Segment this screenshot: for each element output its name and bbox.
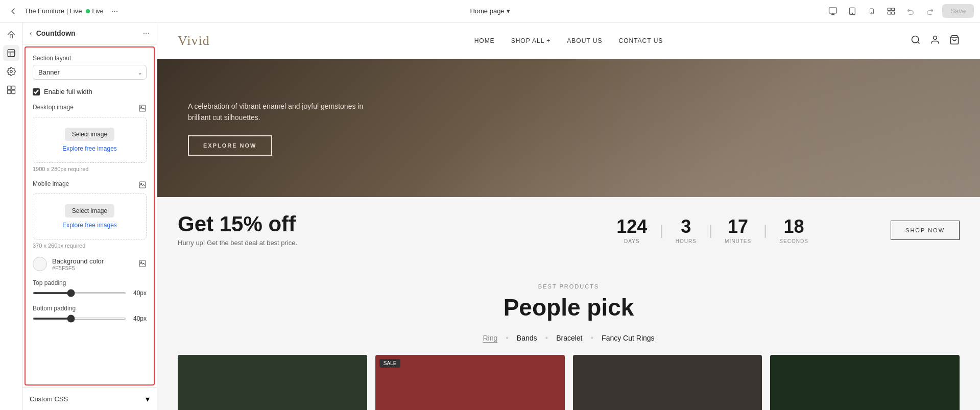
custom-css-label: Custom CSS (30, 395, 68, 403)
apps-rail-icon[interactable] (3, 82, 19, 98)
product-card-3[interactable] (573, 355, 762, 410)
nav-links: HOME SHOP ALL + ABOUT US CONTACT US (373, 37, 764, 44)
timer-divider-2: | (709, 222, 712, 238)
product-card-1[interactable] (178, 355, 367, 410)
mobile-image-icon[interactable] (138, 181, 147, 190)
products-section: BEST PRODUCTS People pick Ring • Bands •… (157, 263, 980, 410)
top-padding-label: Top padding (33, 279, 147, 286)
category-tab-bands[interactable]: Bands (517, 334, 537, 342)
shop-now-button[interactable]: SHOP NOW (891, 221, 960, 240)
sections-rail-icon[interactable] (3, 45, 19, 61)
desktop-explore-link[interactable]: Explore free images (43, 145, 136, 152)
section-layout-label: Section layout (33, 55, 147, 62)
svg-point-16 (141, 106, 142, 107)
svg-rect-0 (829, 8, 837, 13)
undo-button[interactable] (903, 4, 918, 18)
desktop-view-button[interactable] (826, 4, 840, 18)
bottom-padding-label: Bottom padding (33, 305, 147, 312)
svg-point-4 (872, 12, 872, 13)
desktop-image-icon[interactable] (138, 104, 147, 114)
products-section-label: BEST PRODUCTS (178, 283, 960, 290)
background-color-info: Background color #F5F5F5 (52, 257, 133, 271)
category-tab-ring[interactable]: Ring (483, 334, 497, 342)
timer-divider-1: | (659, 222, 663, 238)
background-color-label: Background color (52, 257, 133, 265)
background-color-edit-icon[interactable] (138, 259, 147, 269)
mobile-explore-link[interactable]: Explore free images (43, 222, 136, 229)
mobile-image-upload-area[interactable]: Select image Explore free images (33, 194, 147, 239)
product-card-4[interactable] (770, 355, 960, 410)
background-color-swatch[interactable] (33, 257, 47, 271)
hero-content: A celebration of vibrant enamel and joyf… (157, 101, 413, 156)
mobile-select-image-button[interactable]: Select image (65, 204, 114, 218)
home-rail-icon[interactable] (3, 27, 19, 43)
live-badge: Live (86, 8, 103, 15)
section-layout-field: Section layout Banner Split Full ⌄ (33, 55, 147, 80)
category-tab-fancy-cut[interactable]: Fancy Cut Rings (602, 334, 654, 342)
page-selector-label: Home page (470, 7, 504, 15)
top-bar-right: Save (655, 4, 974, 18)
nav-link-shop[interactable]: SHOP ALL + (511, 37, 551, 44)
timer-divider-3: | (763, 222, 767, 238)
desktop-image-label: Desktop image (33, 104, 74, 111)
countdown-left: Get 15% off Hurry up! Get the best deal … (178, 213, 534, 247)
bottom-padding-slider[interactable] (33, 318, 126, 320)
sidebar-panel: ‹ Countdown ··· Section layout Banner Sp… (22, 22, 157, 410)
background-color-row: Background color #F5F5F5 (33, 257, 147, 271)
top-padding-field: Top padding 40px (33, 279, 147, 297)
nav-link-home[interactable]: HOME (474, 37, 495, 44)
category-tab-bracelet[interactable]: Bracelet (556, 334, 582, 342)
svg-point-18 (141, 183, 142, 184)
desktop-image-req: 1900 x 280px required (33, 166, 147, 172)
desktop-image-field: Desktop image Select image Explore free … (33, 104, 147, 172)
nav-link-about[interactable]: ABOUT US (567, 37, 602, 44)
countdown-subtitle: Hurry up! Get the best deal at best pric… (178, 239, 534, 247)
timer-hours: 3 HOURS (663, 216, 709, 244)
section-layout-select[interactable]: Banner Split Full (33, 65, 147, 80)
enable-full-width-checkbox[interactable] (33, 88, 40, 95)
search-nav-icon[interactable] (911, 35, 921, 47)
top-padding-slider[interactable] (33, 292, 126, 294)
cat-separator-1: • (506, 333, 509, 343)
back-button[interactable]: ‹ (30, 29, 32, 37)
explore-now-button[interactable]: EXPLORE NOW (188, 135, 272, 156)
back-nav-button[interactable] (6, 4, 20, 18)
timer-hours-label: HOURS (676, 238, 697, 244)
product-grid: SALE (178, 355, 960, 410)
more-devices-button[interactable] (884, 4, 898, 18)
product-card-2[interactable]: SALE (375, 355, 565, 410)
sidebar-more-button[interactable]: ··· (143, 29, 150, 38)
custom-css-section[interactable]: Custom CSS ▾ (22, 388, 157, 410)
svg-point-22 (934, 36, 937, 39)
svg-rect-9 (8, 50, 15, 57)
redo-button[interactable] (923, 4, 937, 18)
nav-link-contact[interactable]: CONTACT US (618, 37, 663, 44)
settings-rail-icon[interactable] (3, 63, 19, 80)
page-selector[interactable]: Home page ▾ (470, 7, 510, 15)
svg-rect-13 (7, 90, 11, 94)
account-nav-icon[interactable] (930, 35, 940, 47)
svg-rect-5 (888, 8, 891, 11)
sidebar-header: ‹ Countdown ··· (22, 22, 157, 44)
tablet-view-button[interactable] (845, 4, 859, 18)
timer-minutes-label: MINUTES (725, 238, 751, 244)
svg-rect-14 (11, 90, 15, 94)
more-options-button[interactable]: ··· (108, 4, 122, 18)
svg-point-20 (141, 261, 142, 262)
section-layout-select-wrapper: Banner Split Full ⌄ (33, 65, 147, 80)
cart-nav-icon[interactable] (949, 35, 960, 47)
chevron-down-icon: ▾ (507, 7, 510, 15)
desktop-image-upload-area[interactable]: Select image Explore free images (33, 117, 147, 163)
background-color-value: #F5F5F5 (52, 265, 133, 271)
live-dot (86, 9, 90, 13)
countdown-title: Get 15% off (178, 213, 534, 235)
svg-point-21 (912, 36, 919, 42)
timer-days-label: DAYS (616, 238, 647, 244)
mobile-view-button[interactable] (865, 4, 879, 18)
desktop-select-image-button[interactable]: Select image (65, 128, 114, 141)
website-preview: Vivid HOME SHOP ALL + ABOUT US CONTACT U… (157, 22, 980, 410)
mobile-image-req: 370 x 260px required (33, 243, 147, 249)
countdown-section: Get 15% off Hurry up! Get the best deal … (157, 197, 980, 263)
save-button[interactable]: Save (942, 4, 974, 18)
cat-separator-3: • (590, 333, 593, 343)
